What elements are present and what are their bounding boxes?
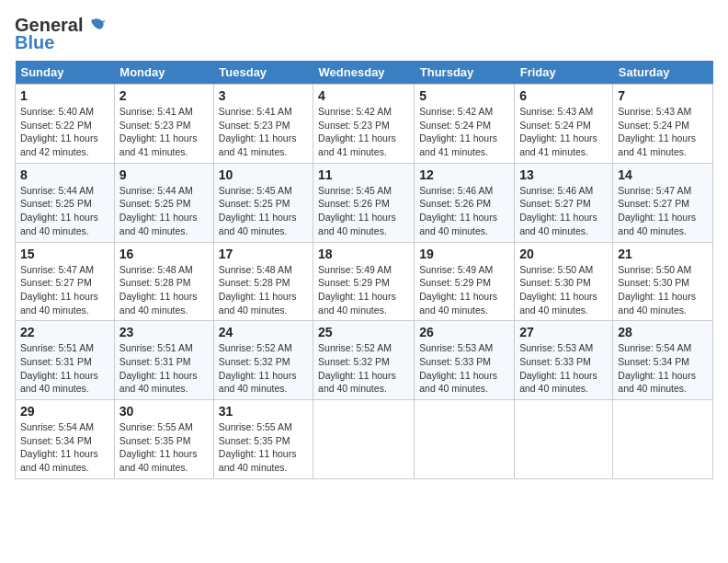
day-cell-3: 3 Sunrise: 5:41 AM Sunset: 5:23 PM Dayli… — [213, 85, 313, 164]
header-wednesday: Wednesday — [313, 61, 415, 85]
day-number: 14 — [618, 167, 708, 182]
day-detail: Sunrise: 5:41 AM Sunset: 5:23 PM Dayligh… — [119, 105, 209, 159]
week-row-5: 29 Sunrise: 5:54 AM Sunset: 5:34 PM Dayl… — [16, 400, 713, 479]
day-detail: Sunrise: 5:49 AM Sunset: 5:29 PM Dayligh… — [419, 263, 509, 317]
logo-bird-icon — [85, 17, 105, 34]
daylight-hours: Daylight: 11 hours and 40 minutes. — [20, 291, 98, 316]
sunrise-time: Sunrise: 5:52 AM — [219, 342, 292, 353]
header-sunday: Sunday — [16, 61, 115, 85]
day-detail: Sunrise: 5:54 AM Sunset: 5:34 PM Dayligh… — [618, 341, 708, 396]
daylight-hours: Daylight: 11 hours and 40 minutes. — [119, 291, 198, 316]
sunset-time: Sunset: 5:34 PM — [618, 356, 689, 367]
sunset-time: Sunset: 5:35 PM — [119, 435, 191, 446]
day-number: 28 — [618, 325, 708, 339]
day-detail: Sunrise: 5:43 AM Sunset: 5:24 PM Dayligh… — [519, 105, 608, 159]
sunset-time: Sunset: 5:27 PM — [519, 198, 591, 209]
daylight-hours: Daylight: 11 hours and 40 minutes. — [219, 291, 297, 316]
sunset-time: Sunset: 5:25 PM — [20, 198, 92, 209]
empty-cell — [415, 400, 515, 479]
day-cell-11: 11 Sunrise: 5:45 AM Sunset: 5:26 PM Dayl… — [313, 163, 415, 242]
sunset-time: Sunset: 5:24 PM — [419, 120, 491, 131]
day-number: 1 — [20, 88, 109, 103]
daylight-hours: Daylight: 11 hours and 41 minutes. — [419, 132, 497, 157]
day-cell-30: 30 Sunrise: 5:55 AM Sunset: 5:35 PM Dayl… — [114, 400, 213, 479]
day-cell-21: 21 Sunrise: 5:50 AM Sunset: 5:30 PM Dayl… — [613, 242, 713, 321]
sunrise-time: Sunrise: 5:43 AM — [519, 106, 593, 117]
day-number: 9 — [119, 167, 209, 182]
calendar-body: 1 Sunrise: 5:40 AM Sunset: 5:22 PM Dayli… — [16, 85, 713, 479]
day-detail: Sunrise: 5:44 AM Sunset: 5:25 PM Dayligh… — [20, 184, 109, 238]
daylight-hours: Daylight: 11 hours and 40 minutes. — [618, 212, 696, 236]
day-detail: Sunrise: 5:44 AM Sunset: 5:25 PM Dayligh… — [119, 184, 209, 238]
sunrise-time: Sunrise: 5:53 AM — [419, 342, 493, 353]
daylight-hours: Daylight: 11 hours and 40 minutes. — [119, 212, 198, 236]
daylight-hours: Daylight: 11 hours and 40 minutes. — [119, 448, 198, 473]
day-detail: Sunrise: 5:48 AM Sunset: 5:28 PM Dayligh… — [219, 263, 308, 317]
day-detail: Sunrise: 5:53 AM Sunset: 5:33 PM Dayligh… — [419, 341, 509, 396]
day-detail: Sunrise: 5:41 AM Sunset: 5:23 PM Dayligh… — [219, 105, 308, 159]
day-detail: Sunrise: 5:50 AM Sunset: 5:30 PM Dayligh… — [618, 263, 708, 317]
day-number: 5 — [419, 88, 509, 103]
day-number: 20 — [519, 247, 608, 261]
daylight-hours: Daylight: 11 hours and 40 minutes. — [519, 370, 597, 395]
sunset-time: Sunset: 5:31 PM — [20, 356, 92, 367]
day-cell-13: 13 Sunrise: 5:46 AM Sunset: 5:27 PM Dayl… — [515, 163, 613, 242]
sunrise-time: Sunrise: 5:44 AM — [119, 185, 193, 196]
sunset-time: Sunset: 5:28 PM — [119, 277, 191, 288]
daylight-hours: Daylight: 11 hours and 41 minutes. — [618, 132, 696, 157]
sunrise-time: Sunrise: 5:44 AM — [20, 185, 94, 196]
sunrise-time: Sunrise: 5:49 AM — [318, 264, 392, 275]
sunrise-time: Sunrise: 5:46 AM — [519, 185, 593, 196]
day-detail: Sunrise: 5:47 AM Sunset: 5:27 PM Dayligh… — [618, 184, 708, 238]
sunset-time: Sunset: 5:24 PM — [519, 120, 591, 131]
sunrise-time: Sunrise: 5:55 AM — [219, 421, 292, 432]
day-cell-18: 18 Sunrise: 5:49 AM Sunset: 5:29 PM Dayl… — [313, 242, 415, 321]
day-cell-26: 26 Sunrise: 5:53 AM Sunset: 5:33 PM Dayl… — [415, 321, 515, 400]
empty-cell — [515, 400, 613, 479]
day-detail: Sunrise: 5:52 AM Sunset: 5:32 PM Dayligh… — [219, 341, 308, 396]
sunset-time: Sunset: 5:23 PM — [219, 120, 290, 131]
day-number: 21 — [618, 247, 708, 261]
week-row-4: 22 Sunrise: 5:51 AM Sunset: 5:31 PM Dayl… — [16, 321, 713, 400]
day-detail: Sunrise: 5:49 AM Sunset: 5:29 PM Dayligh… — [318, 263, 409, 317]
daylight-hours: Daylight: 11 hours and 40 minutes. — [419, 291, 497, 316]
sunrise-time: Sunrise: 5:48 AM — [119, 264, 193, 275]
day-cell-22: 22 Sunrise: 5:51 AM Sunset: 5:31 PM Dayl… — [16, 321, 115, 400]
daylight-hours: Daylight: 11 hours and 40 minutes. — [618, 291, 696, 316]
sunrise-time: Sunrise: 5:50 AM — [519, 264, 593, 275]
day-detail: Sunrise: 5:42 AM Sunset: 5:23 PM Dayligh… — [318, 105, 409, 159]
daylight-hours: Daylight: 11 hours and 41 minutes. — [318, 132, 396, 157]
sunset-time: Sunset: 5:23 PM — [119, 120, 191, 131]
sunset-time: Sunset: 5:31 PM — [119, 356, 191, 367]
day-detail: Sunrise: 5:51 AM Sunset: 5:31 PM Dayligh… — [119, 341, 209, 396]
day-number: 12 — [419, 167, 509, 182]
day-number: 17 — [219, 247, 308, 261]
sunrise-time: Sunrise: 5:53 AM — [519, 342, 593, 353]
empty-cell — [313, 400, 415, 479]
sunset-time: Sunset: 5:23 PM — [318, 120, 390, 131]
sunset-time: Sunset: 5:35 PM — [219, 435, 290, 446]
day-number: 8 — [20, 167, 109, 182]
sunset-time: Sunset: 5:30 PM — [618, 277, 689, 288]
daylight-hours: Daylight: 11 hours and 40 minutes. — [318, 370, 396, 395]
day-cell-27: 27 Sunrise: 5:53 AM Sunset: 5:33 PM Dayl… — [515, 321, 613, 400]
header-friday: Friday — [515, 61, 613, 85]
day-cell-24: 24 Sunrise: 5:52 AM Sunset: 5:32 PM Dayl… — [213, 321, 313, 400]
daylight-hours: Daylight: 11 hours and 40 minutes. — [219, 370, 297, 395]
sunset-time: Sunset: 5:28 PM — [219, 277, 290, 288]
sunset-time: Sunset: 5:32 PM — [219, 356, 290, 367]
day-cell-10: 10 Sunrise: 5:45 AM Sunset: 5:25 PM Dayl… — [213, 163, 313, 242]
day-number: 24 — [219, 325, 308, 339]
sunset-time: Sunset: 5:25 PM — [119, 198, 191, 209]
sunrise-time: Sunrise: 5:42 AM — [318, 106, 392, 117]
day-cell-20: 20 Sunrise: 5:50 AM Sunset: 5:30 PM Dayl… — [515, 242, 613, 321]
week-row-3: 15 Sunrise: 5:47 AM Sunset: 5:27 PM Dayl… — [16, 242, 713, 321]
sunrise-time: Sunrise: 5:41 AM — [119, 106, 193, 117]
sunrise-time: Sunrise: 5:43 AM — [618, 106, 691, 117]
sunset-time: Sunset: 5:33 PM — [419, 356, 491, 367]
day-number: 16 — [119, 247, 209, 261]
day-number: 23 — [119, 325, 209, 339]
daylight-hours: Daylight: 11 hours and 40 minutes. — [20, 448, 98, 473]
daylight-hours: Daylight: 11 hours and 40 minutes. — [20, 370, 98, 395]
sunrise-time: Sunrise: 5:40 AM — [20, 106, 94, 117]
